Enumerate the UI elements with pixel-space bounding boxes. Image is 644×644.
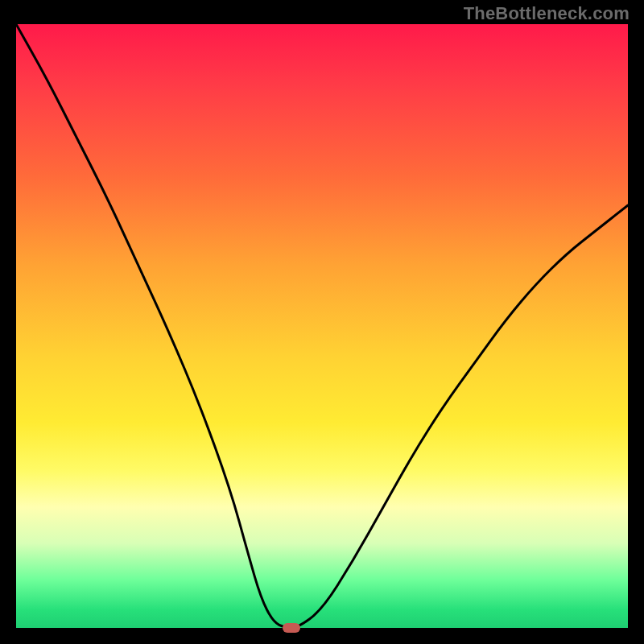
bottleneck-curve: [16, 24, 628, 628]
optimal-marker: [283, 623, 300, 633]
chart-frame: TheBottleneck.com: [0, 0, 644, 644]
plot-area: [16, 24, 628, 628]
watermark-text: TheBottleneck.com: [464, 3, 630, 24]
